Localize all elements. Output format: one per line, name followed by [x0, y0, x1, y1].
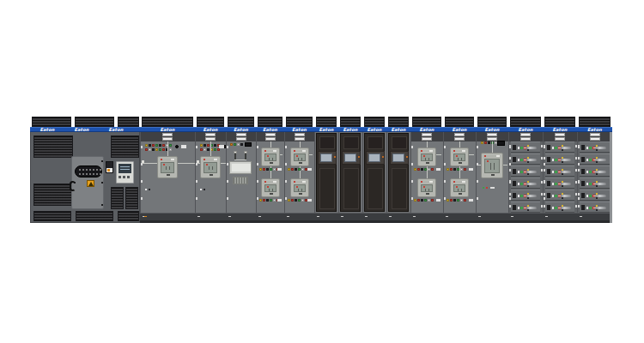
indicator-led	[457, 199, 459, 202]
brand-logo: Eaton	[234, 128, 248, 132]
breaker-nameplate	[462, 150, 465, 152]
indicator-led	[259, 199, 262, 202]
indicator-led	[428, 199, 430, 202]
drawer-led	[552, 171, 554, 173]
drawer-led	[589, 159, 592, 161]
section-feeder-stack-1	[256, 117, 284, 223]
hinge-latch	[141, 197, 143, 200]
hmi-screen	[368, 153, 380, 162]
breaker-slot	[209, 166, 210, 170]
cabinet-door	[71, 156, 104, 209]
breaker-trip-flag	[294, 150, 295, 152]
mcc-drawer	[545, 153, 574, 165]
drawer-handle-stem	[524, 172, 526, 172]
drawer-led	[586, 195, 588, 197]
hinge-latch	[141, 163, 143, 165]
breaker-nameplate	[429, 181, 433, 183]
section-feeder-2	[195, 117, 226, 223]
drawer-led	[518, 159, 519, 161]
indicator-led	[447, 168, 449, 171]
conduit-line	[178, 163, 195, 164]
drawer-led	[555, 195, 557, 197]
base-tick	[511, 216, 513, 217]
breaker-slot	[490, 163, 491, 170]
door-vent-handle	[422, 133, 432, 136]
section-control-door-2	[338, 117, 362, 223]
breaker-slot	[461, 189, 462, 191]
conduit-line	[210, 141, 211, 156]
indicator-led	[291, 168, 294, 171]
breaker-slot	[458, 158, 459, 160]
section-control-door-3	[362, 117, 386, 223]
conduit-line	[503, 165, 507, 165]
controller-button	[123, 176, 125, 178]
door-vent-handle	[422, 137, 432, 141]
indicator-led	[169, 148, 172, 151]
indicator-led	[301, 168, 304, 171]
warning-label	[87, 180, 94, 187]
breaker-slot	[272, 189, 273, 191]
drawer-handle	[526, 195, 537, 197]
drawer-led	[555, 159, 557, 161]
section-incomer-cabinet	[30, 117, 140, 223]
hinge-latch	[285, 163, 287, 165]
mcc-drawer	[511, 153, 540, 165]
drawer-handle-stem	[558, 159, 561, 160]
breaker-nameplate	[462, 181, 465, 183]
connector-pin	[89, 173, 91, 175]
drawer-led	[520, 171, 523, 173]
indicator-led	[270, 199, 272, 202]
drawer-led	[586, 207, 588, 209]
breaker-status-dot	[267, 186, 269, 188]
indicator-led	[240, 143, 243, 146]
connector-pin	[96, 169, 98, 171]
indicator-led	[431, 199, 434, 202]
vent-block	[118, 117, 139, 127]
indicator-led	[460, 199, 463, 202]
drawer-handle-stem	[558, 184, 561, 184]
breaker-trip-flag	[264, 150, 266, 152]
connector-pin	[86, 169, 88, 171]
connector-pin	[96, 173, 98, 175]
power-dot	[382, 156, 384, 158]
drawer-latch	[578, 205, 580, 208]
hmi-screen	[392, 153, 404, 162]
brand-logo: Eaton	[203, 128, 217, 132]
door-vent-handle	[162, 133, 173, 136]
hinge-latch	[411, 146, 413, 148]
indicator-led	[450, 168, 453, 171]
indicator-led	[159, 148, 161, 151]
base-tick	[258, 216, 261, 217]
indicator-led	[152, 144, 155, 147]
breaker-trip-flag	[294, 181, 295, 183]
mcc-drawer	[545, 178, 574, 189]
drawer-breaker-toggle	[581, 169, 585, 174]
breaker-racking-port	[459, 193, 462, 195]
breaker-trip-flag	[161, 159, 162, 160]
breaker-face	[264, 184, 276, 192]
drawer-breaker-toggle	[513, 193, 516, 198]
door-lower-panel	[392, 168, 407, 209]
mcc-drawer	[580, 165, 610, 177]
hinge-latch	[196, 163, 197, 165]
door-vent-handle	[590, 133, 600, 136]
drawer-handle	[526, 207, 537, 209]
switchgear-lineup: EatonEatonEatonEatonEatonEatonEatonEaton…	[30, 117, 612, 223]
controller-display	[116, 161, 134, 184]
door-handle	[70, 181, 76, 191]
breaker-status-dot	[456, 186, 458, 188]
hinge-latch	[227, 163, 228, 165]
connector-pin	[82, 169, 84, 171]
breaker-nameplate	[214, 159, 217, 160]
drawer-led	[586, 183, 588, 185]
drawer-breaker-toggle	[547, 193, 550, 198]
base-tick	[228, 216, 231, 217]
hinge-latch	[477, 163, 478, 165]
drawer-handle	[561, 195, 571, 197]
drawer-breaker-toggle	[513, 205, 516, 210]
door-vent-handle	[487, 133, 497, 136]
vent-block	[228, 117, 254, 127]
indicator-label	[219, 145, 224, 148]
mcc-drawer	[511, 178, 540, 189]
drawer-handle-stem	[593, 196, 596, 196]
